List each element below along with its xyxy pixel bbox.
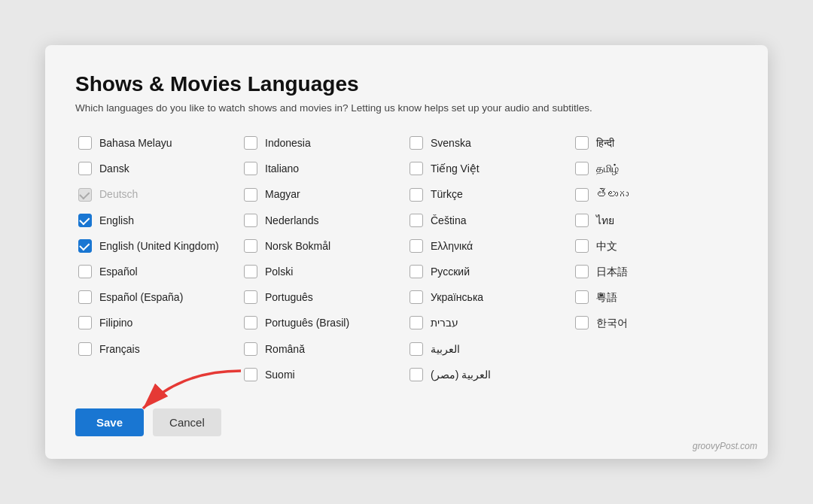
list-item[interactable]: Svenska [406, 130, 572, 156]
checkbox[interactable] [244, 239, 257, 253]
lang-label: Türkçe [431, 187, 463, 201]
checkbox[interactable] [410, 162, 423, 175]
list-item[interactable]: Español [75, 259, 241, 284]
lang-label: 日本語 [596, 265, 628, 278]
checkbox[interactable] [78, 265, 92, 278]
list-item[interactable]: Magyar [241, 181, 406, 207]
lang-label: తెలుగు [596, 187, 629, 201]
list-item[interactable]: Indonesia [241, 130, 406, 156]
checkbox[interactable] [78, 290, 92, 304]
list-item[interactable]: Filipino [75, 310, 241, 335]
checkbox[interactable] [78, 188, 92, 202]
save-button[interactable]: Save [75, 408, 144, 436]
list-item[interactable]: Polski [241, 259, 406, 284]
list-item[interactable]: Tiếng Việt [406, 156, 572, 181]
languages-dialog: Shows & Movies Languages Which languages… [45, 45, 768, 459]
list-item[interactable]: English [75, 208, 241, 233]
lang-label: 한국어 [596, 316, 628, 329]
list-item[interactable]: Suomi [241, 362, 406, 387]
checkbox[interactable] [244, 188, 257, 202]
checkbox[interactable] [410, 342, 423, 356]
checkbox[interactable] [244, 136, 257, 150]
checkbox[interactable] [575, 136, 589, 150]
checkbox[interactable] [244, 290, 257, 304]
checkbox[interactable] [244, 265, 257, 278]
list-item[interactable]: ไทย [572, 208, 738, 233]
checkbox[interactable] [244, 214, 257, 227]
list-item[interactable]: తెలుగు [572, 181, 738, 207]
list-item[interactable]: हिन्दी [572, 130, 738, 156]
lang-label: ไทย [596, 214, 614, 227]
list-item[interactable]: 中文 [572, 233, 738, 259]
lang-label: Română [265, 342, 305, 356]
list-item[interactable]: தமிழ் [572, 156, 738, 181]
lang-column-2: SvenskaTiếng ViệtTürkçeČeštinaΕλληνικάРу… [406, 130, 572, 387]
checkbox[interactable] [410, 316, 423, 329]
lang-label: Polski [265, 265, 293, 278]
list-item[interactable]: Português (Brasil) [241, 310, 406, 335]
list-item[interactable]: Čeština [406, 208, 572, 233]
list-item[interactable]: Türkçe [406, 181, 572, 207]
lang-label: Magyar [265, 187, 300, 201]
lang-label: Nederlands [265, 214, 319, 227]
checkbox[interactable] [410, 136, 423, 150]
checkbox[interactable] [78, 214, 92, 227]
list-item[interactable]: 한국어 [572, 310, 738, 335]
checkbox[interactable] [575, 290, 589, 304]
list-item[interactable]: Ελληνικά [406, 233, 572, 259]
list-item[interactable]: Nederlands [241, 208, 406, 233]
checkbox[interactable] [244, 162, 257, 175]
list-item[interactable]: 日本語 [572, 259, 738, 284]
lang-label: English [99, 214, 134, 227]
list-item[interactable]: Español (España) [75, 284, 241, 310]
lang-label: עברית [431, 316, 458, 329]
list-item[interactable]: Italiano [241, 156, 406, 181]
lang-label: Bahasa Melayu [99, 136, 172, 150]
list-item[interactable]: العربية (مصر) [406, 362, 572, 387]
list-item[interactable]: العربية [406, 336, 572, 362]
checkbox[interactable] [575, 316, 589, 329]
lang-label: Español (España) [99, 290, 183, 304]
lang-label: 中文 [596, 239, 617, 253]
checkbox[interactable] [244, 342, 257, 356]
lang-label: Português [265, 290, 313, 304]
list-item[interactable]: Русский [406, 259, 572, 284]
checkbox[interactable] [575, 188, 589, 202]
list-item[interactable]: Norsk Bokmål [241, 233, 406, 259]
checkbox[interactable] [575, 239, 589, 253]
checkbox[interactable] [410, 368, 423, 381]
checkbox[interactable] [410, 214, 423, 227]
list-item[interactable]: Dansk [75, 156, 241, 181]
list-item[interactable]: Bahasa Melayu [75, 130, 241, 156]
checkbox[interactable] [575, 265, 589, 278]
list-item[interactable]: Deutsch [75, 181, 241, 207]
checkbox[interactable] [78, 239, 92, 253]
lang-label: Українська [431, 290, 483, 304]
checkbox[interactable] [575, 214, 589, 227]
checkbox[interactable] [410, 188, 423, 202]
lang-label: Русский [431, 265, 470, 278]
cancel-button[interactable]: Cancel [153, 408, 221, 436]
list-item[interactable]: Português [241, 284, 406, 310]
list-item[interactable]: Українська [406, 284, 572, 310]
checkbox[interactable] [78, 316, 92, 329]
checkbox[interactable] [78, 162, 92, 175]
list-item[interactable]: Français [75, 336, 241, 362]
checkbox[interactable] [575, 162, 589, 175]
checkbox[interactable] [410, 290, 423, 304]
list-item[interactable]: Română [241, 336, 406, 362]
checkbox[interactable] [410, 265, 423, 278]
lang-label: English (United Kingdom) [99, 239, 219, 253]
checkbox[interactable] [244, 368, 257, 381]
list-item[interactable]: עברית [406, 310, 572, 335]
checkbox[interactable] [78, 342, 92, 356]
checkbox[interactable] [410, 239, 423, 253]
list-item[interactable]: 粵語 [572, 284, 738, 310]
checkbox[interactable] [78, 136, 92, 150]
list-item[interactable]: English (United Kingdom) [75, 233, 241, 259]
lang-label: Tiếng Việt [431, 162, 480, 175]
lang-label: Dansk [99, 162, 129, 175]
lang-label: Português (Brasil) [265, 316, 349, 329]
lang-label: Italiano [265, 162, 299, 175]
checkbox[interactable] [244, 316, 257, 329]
